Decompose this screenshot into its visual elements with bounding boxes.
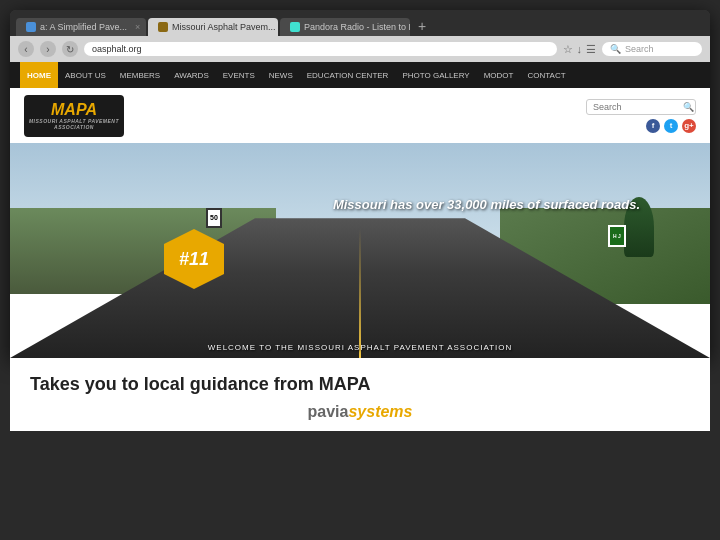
search-placeholder: Search xyxy=(625,44,654,54)
tab-3[interactable]: Pandora Radio - Listen to F... × xyxy=(280,18,410,36)
road-sign-left: 50 xyxy=(206,208,222,228)
tab-2-favicon xyxy=(158,22,168,32)
header-right: 🔍 f t g+ xyxy=(586,99,696,133)
nav-home[interactable]: HOME xyxy=(20,62,58,88)
nav-modot[interactable]: MODOT xyxy=(477,62,521,88)
address-bar: ‹ › ↻ oasphalt.org ☆ ↓ ☰ 🔍 Search xyxy=(10,36,710,62)
tab-1-label: a: A Simplified Pave... xyxy=(40,22,127,32)
tab-1[interactable]: a: A Simplified Pave... × xyxy=(16,18,146,36)
search-icon: 🔍 xyxy=(610,44,621,54)
logo-sub-text: MISSOURI ASPHALT PAVEMENT ASSOCIATION xyxy=(24,118,124,130)
site-search-box[interactable]: 🔍 xyxy=(586,99,696,115)
forward-button[interactable]: › xyxy=(40,41,56,57)
hero-image: #11 Missouri has over 33,000 miles of su… xyxy=(10,143,710,358)
road-sign-right: H J xyxy=(608,225,626,247)
bottom-section: Takes you to local guidance from MAPA pa… xyxy=(10,358,710,431)
tab-3-label: Pandora Radio - Listen to F... xyxy=(304,22,410,32)
road-sign-right-text: H J xyxy=(613,233,621,239)
url-text: oasphalt.org xyxy=(92,44,142,54)
browser-window: a: A Simplified Pave... × Missouri Aspha… xyxy=(10,10,710,358)
nav-about-us[interactable]: ABOUT US xyxy=(58,62,113,88)
download-icon[interactable]: ↓ xyxy=(577,43,583,55)
site-header: MAPA MISSOURI ASPHALT PAVEMENT ASSOCIATI… xyxy=(10,88,710,143)
nav-photo-gallery[interactable]: PHOTO GALLERY xyxy=(395,62,476,88)
brand-systems: systems xyxy=(348,403,412,420)
tab-bar: a: A Simplified Pave... × Missouri Aspha… xyxy=(10,10,710,36)
tab-2-label: Missouri Asphalt Pavem... xyxy=(172,22,276,32)
website-content: HOME ABOUT US MEMBERS AWARDS EVENTS NEWS… xyxy=(10,62,710,358)
googleplus-icon[interactable]: g+ xyxy=(682,119,696,133)
site-search-icon: 🔍 xyxy=(683,102,694,112)
brand-link[interactable]: paviasystems xyxy=(30,403,690,421)
hero-caption: Missouri has over 33,000 miles of surfac… xyxy=(333,197,640,212)
site-nav: HOME ABOUT US MEMBERS AWARDS EVENTS NEWS… xyxy=(10,62,710,88)
logo-area: MAPA MISSOURI ASPHALT PAVEMENT ASSOCIATI… xyxy=(24,95,124,137)
menu-icon[interactable]: ☰ xyxy=(586,43,596,56)
brand-pavia: pavia xyxy=(308,403,349,420)
address-icons: ☆ ↓ ☰ xyxy=(563,43,597,56)
bookmark-icon[interactable]: ☆ xyxy=(563,43,573,56)
site-logo: MAPA MISSOURI ASPHALT PAVEMENT ASSOCIATI… xyxy=(24,95,124,137)
site-search-input[interactable] xyxy=(593,102,683,112)
social-icons: f t g+ xyxy=(646,119,696,133)
logo-main-text: MAPA xyxy=(51,102,97,118)
new-tab-button[interactable]: + xyxy=(412,16,432,36)
url-field[interactable]: oasphalt.org xyxy=(84,42,557,56)
facebook-icon[interactable]: f xyxy=(646,119,660,133)
tagline-text: Takes you to local guidance from MAPA xyxy=(30,374,690,395)
hero-road-centerline xyxy=(359,229,361,358)
twitter-icon[interactable]: t xyxy=(664,119,678,133)
nav-contact[interactable]: CONTACT xyxy=(520,62,572,88)
nav-events[interactable]: EVENTS xyxy=(216,62,262,88)
tab-2[interactable]: Missouri Asphalt Pavem... × xyxy=(148,18,278,36)
nav-education[interactable]: EDUCATION CENTER xyxy=(300,62,396,88)
nav-news[interactable]: NEWS xyxy=(262,62,300,88)
nav-awards[interactable]: AWARDS xyxy=(167,62,216,88)
hero-welcome-text: WELCOME TO THE MISSOURI ASPHALT PAVEMENT… xyxy=(208,343,513,352)
reload-button[interactable]: ↻ xyxy=(62,41,78,57)
tab-1-favicon xyxy=(26,22,36,32)
tab-3-favicon xyxy=(290,22,300,32)
browser-search-field[interactable]: 🔍 Search xyxy=(602,42,702,56)
nav-members[interactable]: MEMBERS xyxy=(113,62,167,88)
back-button[interactable]: ‹ xyxy=(18,41,34,57)
tab-1-close[interactable]: × xyxy=(135,22,140,32)
